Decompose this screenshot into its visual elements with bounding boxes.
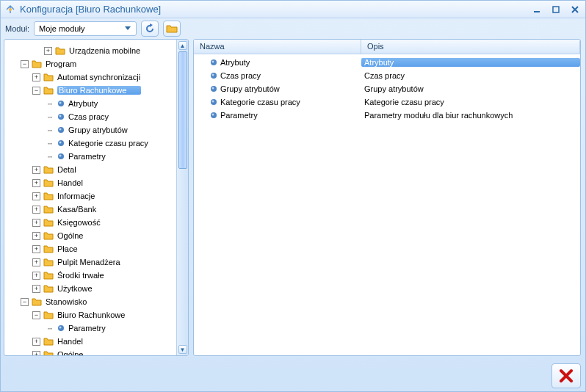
list-row-name: Atrybuty (220, 58, 250, 67)
tree-node[interactable]: ⋯Kategorie czasu pracy (7, 137, 176, 150)
tree-node-label: Parametry (68, 152, 106, 161)
expand-icon[interactable]: + (32, 232, 40, 240)
tree-node-label: Automat synchronizacji (57, 73, 140, 81)
list-row[interactable]: Grupy atrybutówGrupy atrybutów (194, 82, 580, 95)
folder-icon (43, 244, 54, 253)
tree-node-label: Środki trwałe (57, 271, 104, 280)
tree-node[interactable]: +Użytkowe (7, 282, 176, 295)
tree-node-label: Biuro Rachunkowe (57, 86, 141, 95)
tree-node[interactable]: ⋯Atrybuty (7, 97, 176, 110)
collapse-icon[interactable]: − (21, 60, 29, 68)
tree-node[interactable]: +Handel (7, 335, 176, 348)
expand-icon[interactable]: + (32, 245, 40, 253)
scroll-down-icon[interactable]: ▼ (178, 345, 187, 354)
tree-node[interactable]: +Płace (7, 242, 176, 255)
tree-connector: ⋯ (44, 126, 56, 135)
footer (1, 360, 585, 391)
list-body: AtrybutyAtrybutyCzas pracyCzas pracyGrup… (194, 54, 580, 123)
tree-node[interactable]: +Ogólne (7, 348, 176, 355)
expand-icon[interactable]: + (32, 338, 40, 346)
folder-icon (43, 350, 54, 355)
folder-icon (32, 297, 42, 306)
tree-node-label: Ogólne (57, 350, 83, 355)
folder-icon (43, 231, 54, 240)
tree-node[interactable]: +Urządzenia mobilne (7, 44, 176, 57)
expand-icon[interactable]: + (32, 206, 40, 214)
expand-icon[interactable]: + (32, 272, 40, 280)
list-header: Nazwa Opis (194, 40, 580, 54)
tree-node[interactable]: +Księgowość (7, 216, 176, 229)
maximize-button[interactable] (550, 4, 562, 15)
folder-button[interactable] (163, 21, 181, 37)
tree-node[interactable]: ⋯Parametry (7, 150, 176, 163)
list-row-desc: Grupy atrybutów (361, 84, 580, 93)
folder-icon (43, 311, 54, 319)
tree-node-label: Ogólne (57, 231, 83, 240)
folder-icon (43, 337, 54, 346)
svg-point-20 (212, 87, 214, 90)
minimize-button[interactable] (531, 4, 543, 15)
tree-node[interactable]: +Detal (7, 163, 176, 176)
item-icon (57, 139, 65, 147)
item-icon (57, 324, 65, 332)
folder-icon (43, 258, 54, 266)
expand-icon[interactable]: + (32, 258, 40, 266)
close-button[interactable] (569, 4, 581, 15)
tree-node[interactable]: +Środki trwałe (7, 269, 176, 282)
list-row[interactable]: ParametryParametry modułu dla biur rachu… (194, 109, 580, 122)
collapse-icon[interactable]: − (32, 87, 40, 95)
tree-node[interactable]: +Automat synchronizacji (7, 70, 176, 84)
tree-node[interactable]: ⋯Parametry (7, 322, 176, 335)
expand-icon[interactable]: + (32, 192, 40, 200)
tree-node[interactable]: −Stanowisko (7, 295, 176, 308)
tree-node-label: Parametry (68, 324, 106, 333)
tree-node[interactable]: +Handel (7, 176, 176, 189)
config-tree[interactable]: +Urządzenia mobilne−Program+Automat sync… (4, 40, 176, 355)
tree-node-label: Handel (57, 178, 83, 187)
close-dialog-button[interactable] (551, 363, 581, 388)
expand-icon[interactable]: + (32, 219, 40, 227)
svg-point-6 (59, 115, 62, 117)
scroll-thumb[interactable] (178, 51, 187, 169)
expand-icon[interactable]: + (32, 351, 40, 356)
folder-icon (32, 59, 42, 68)
list-panel: Nazwa Opis AtrybutyAtrybutyCzas pracyCza… (193, 39, 581, 356)
expand-icon[interactable]: + (32, 73, 40, 81)
close-x-icon (558, 368, 574, 384)
collapse-icon[interactable]: − (32, 311, 40, 319)
expand-icon[interactable]: + (32, 179, 40, 187)
expand-icon[interactable]: + (32, 285, 40, 293)
tree-node[interactable]: −Program (7, 57, 176, 70)
item-icon (57, 126, 65, 134)
collapse-icon[interactable]: − (21, 298, 29, 306)
scroll-up-icon[interactable]: ▲ (178, 41, 187, 50)
tree-node[interactable]: ⋯Czas pracy (7, 110, 176, 123)
toolbar: Moduł: Moje moduły (1, 18, 585, 39)
svg-point-12 (59, 155, 62, 157)
tree-node[interactable]: −Biuro Rachunkowe (7, 308, 176, 322)
tree-connector: ⋯ (44, 99, 56, 109)
tree-node-label: Grupy atrybutów (68, 126, 128, 134)
refresh-button[interactable] (141, 21, 159, 37)
tree-node[interactable]: ⋯Grupy atrybutów (7, 123, 176, 137)
tree-node[interactable]: +Ogólne (7, 229, 176, 242)
folder-icon (43, 205, 54, 214)
folder-icon (43, 218, 54, 227)
col-header-desc[interactable]: Opis (361, 40, 580, 54)
tree-node[interactable]: +Informacje (7, 189, 176, 203)
expand-icon[interactable]: + (32, 166, 40, 174)
item-icon (210, 72, 217, 79)
content-area: +Urządzenia mobilne−Program+Automat sync… (1, 39, 585, 360)
item-icon (210, 85, 217, 92)
col-header-name[interactable]: Nazwa (194, 40, 361, 54)
list-row[interactable]: AtrybutyAtrybuty (194, 56, 580, 69)
tree-node[interactable]: +Pulpit Menadżera (7, 255, 176, 269)
tree-scrollbar[interactable]: ▲ ▼ (176, 40, 188, 355)
list-row[interactable]: Kategorie czasu pracyKategorie czasu pra… (194, 95, 580, 109)
module-combo[interactable]: Moje moduły (34, 21, 137, 36)
svg-rect-1 (534, 11, 540, 12)
tree-node[interactable]: −Biuro Rachunkowe (7, 84, 176, 97)
expand-icon[interactable]: + (44, 47, 52, 55)
list-row[interactable]: Czas pracyCzas pracy (194, 69, 580, 82)
tree-node[interactable]: +Kasa/Bank (7, 203, 176, 216)
